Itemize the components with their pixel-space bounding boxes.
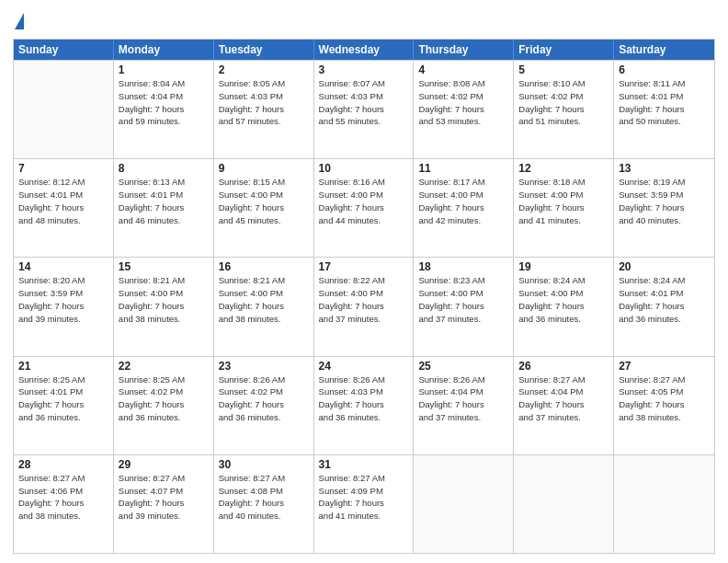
day-number: 1: [119, 63, 209, 76]
day-number: 15: [119, 260, 209, 273]
day-number: 19: [518, 260, 609, 273]
day-info: Sunrise: 8:12 AM Sunset: 4:01 PM Dayligh…: [18, 176, 108, 226]
day-info: Sunrise: 8:27 AM Sunset: 4:09 PM Dayligh…: [319, 472, 409, 523]
day-number: 16: [219, 260, 309, 273]
day-number: 12: [518, 162, 609, 175]
calendar-row: 1Sunrise: 8:04 AM Sunset: 4:04 PM Daylig…: [14, 60, 714, 158]
calendar-cell: 22Sunrise: 8:25 AM Sunset: 4:02 PM Dayli…: [114, 357, 214, 454]
day-info: Sunrise: 8:20 AM Sunset: 3:59 PM Dayligh…: [18, 274, 108, 325]
calendar-cell: 13Sunrise: 8:19 AM Sunset: 3:59 PM Dayli…: [614, 159, 714, 257]
day-info: Sunrise: 8:24 AM Sunset: 4:01 PM Dayligh…: [619, 274, 710, 325]
calendar-row: 14Sunrise: 8:20 AM Sunset: 3:59 PM Dayli…: [14, 257, 714, 355]
calendar-cell: 25Sunrise: 8:26 AM Sunset: 4:04 PM Dayli…: [414, 357, 514, 454]
day-info: Sunrise: 8:17 AM Sunset: 4:00 PM Dayligh…: [418, 176, 508, 226]
calendar-cell: 11Sunrise: 8:17 AM Sunset: 4:00 PM Dayli…: [414, 159, 514, 257]
day-number: 21: [18, 360, 108, 373]
day-number: 6: [619, 63, 710, 76]
day-info: Sunrise: 8:21 AM Sunset: 4:00 PM Dayligh…: [119, 274, 209, 325]
calendar-header-cell: Saturday: [614, 40, 714, 60]
calendar-row: 7Sunrise: 8:12 AM Sunset: 4:01 PM Daylig…: [14, 158, 714, 257]
calendar-header-cell: Monday: [114, 40, 214, 60]
day-info: Sunrise: 8:25 AM Sunset: 4:02 PM Dayligh…: [119, 373, 209, 424]
day-number: 17: [319, 260, 409, 273]
header: [13, 9, 715, 31]
day-info: Sunrise: 8:27 AM Sunset: 4:04 PM Dayligh…: [518, 373, 609, 424]
calendar-header-cell: Thursday: [414, 40, 514, 60]
calendar-cell: 19Sunrise: 8:24 AM Sunset: 4:00 PM Dayli…: [514, 258, 614, 355]
day-info: Sunrise: 8:26 AM Sunset: 4:04 PM Dayligh…: [418, 373, 508, 424]
day-info: Sunrise: 8:04 AM Sunset: 4:04 PM Dayligh…: [119, 77, 209, 128]
day-info: Sunrise: 8:13 AM Sunset: 4:01 PM Dayligh…: [119, 176, 209, 226]
calendar-header-row: SundayMondayTuesdayWednesdayThursdayFrid…: [14, 40, 714, 60]
calendar-cell: 26Sunrise: 8:27 AM Sunset: 4:04 PM Dayli…: [514, 357, 614, 454]
calendar-cell: 10Sunrise: 8:16 AM Sunset: 4:00 PM Dayli…: [314, 159, 415, 257]
calendar-cell: 2Sunrise: 8:05 AM Sunset: 4:03 PM Daylig…: [214, 61, 314, 158]
calendar-cell: [14, 61, 114, 158]
calendar-cell: 5Sunrise: 8:10 AM Sunset: 4:02 PM Daylig…: [514, 61, 614, 158]
day-info: Sunrise: 8:07 AM Sunset: 4:03 PM Dayligh…: [319, 77, 409, 128]
day-number: 30: [219, 458, 309, 471]
calendar-cell: 31Sunrise: 8:27 AM Sunset: 4:09 PM Dayli…: [314, 455, 415, 553]
calendar-cell: 27Sunrise: 8:27 AM Sunset: 4:05 PM Dayli…: [614, 357, 714, 454]
day-info: Sunrise: 8:27 AM Sunset: 4:06 PM Dayligh…: [18, 472, 108, 523]
calendar-cell: 9Sunrise: 8:15 AM Sunset: 4:00 PM Daylig…: [214, 159, 314, 257]
day-info: Sunrise: 8:22 AM Sunset: 4:00 PM Dayligh…: [319, 274, 409, 325]
day-info: Sunrise: 8:27 AM Sunset: 4:07 PM Dayligh…: [119, 472, 209, 523]
calendar-cell: 28Sunrise: 8:27 AM Sunset: 4:06 PM Dayli…: [14, 455, 114, 553]
calendar-cell: 1Sunrise: 8:04 AM Sunset: 4:04 PM Daylig…: [114, 61, 214, 158]
calendar-cell: 21Sunrise: 8:25 AM Sunset: 4:01 PM Dayli…: [14, 357, 114, 454]
day-number: 13: [619, 162, 710, 175]
calendar-cell: 29Sunrise: 8:27 AM Sunset: 4:07 PM Dayli…: [114, 455, 214, 553]
logo: [13, 13, 24, 31]
day-info: Sunrise: 8:11 AM Sunset: 4:01 PM Dayligh…: [619, 77, 710, 128]
day-info: Sunrise: 8:21 AM Sunset: 4:00 PM Dayligh…: [219, 274, 309, 325]
day-info: Sunrise: 8:16 AM Sunset: 4:00 PM Dayligh…: [319, 176, 409, 226]
calendar-cell: 17Sunrise: 8:22 AM Sunset: 4:00 PM Dayli…: [314, 258, 415, 355]
day-info: Sunrise: 8:27 AM Sunset: 4:05 PM Dayligh…: [619, 373, 710, 424]
day-number: 27: [619, 360, 710, 373]
day-number: 18: [418, 260, 508, 273]
calendar-cell: 16Sunrise: 8:21 AM Sunset: 4:00 PM Dayli…: [214, 258, 314, 355]
day-info: Sunrise: 8:23 AM Sunset: 4:00 PM Dayligh…: [418, 274, 508, 325]
day-number: 23: [219, 360, 309, 373]
calendar-cell: 20Sunrise: 8:24 AM Sunset: 4:01 PM Dayli…: [614, 258, 714, 355]
logo-triangle-icon: [15, 13, 24, 29]
day-number: 11: [418, 162, 508, 175]
calendar-cell: 8Sunrise: 8:13 AM Sunset: 4:01 PM Daylig…: [114, 159, 214, 257]
day-number: 25: [418, 360, 508, 373]
calendar-row: 28Sunrise: 8:27 AM Sunset: 4:06 PM Dayli…: [14, 454, 714, 553]
day-number: 8: [119, 162, 209, 175]
calendar-row: 21Sunrise: 8:25 AM Sunset: 4:01 PM Dayli…: [14, 356, 714, 454]
calendar-cell: 4Sunrise: 8:08 AM Sunset: 4:02 PM Daylig…: [414, 61, 514, 158]
calendar-cell: 7Sunrise: 8:12 AM Sunset: 4:01 PM Daylig…: [14, 159, 114, 257]
day-number: 22: [119, 360, 209, 373]
day-info: Sunrise: 8:24 AM Sunset: 4:00 PM Dayligh…: [518, 274, 609, 325]
calendar-cell: 14Sunrise: 8:20 AM Sunset: 3:59 PM Dayli…: [14, 258, 114, 355]
calendar-body: 1Sunrise: 8:04 AM Sunset: 4:04 PM Daylig…: [14, 60, 714, 553]
day-info: Sunrise: 8:19 AM Sunset: 3:59 PM Dayligh…: [619, 176, 710, 226]
day-number: 24: [319, 360, 409, 373]
calendar-cell: 30Sunrise: 8:27 AM Sunset: 4:08 PM Dayli…: [214, 455, 314, 553]
day-info: Sunrise: 8:10 AM Sunset: 4:02 PM Dayligh…: [518, 77, 609, 128]
day-number: 26: [518, 360, 609, 373]
day-info: Sunrise: 8:26 AM Sunset: 4:02 PM Dayligh…: [219, 373, 309, 424]
calendar-header-cell: Wednesday: [314, 40, 415, 60]
day-number: 28: [18, 458, 108, 471]
calendar-cell: 15Sunrise: 8:21 AM Sunset: 4:00 PM Dayli…: [114, 258, 214, 355]
calendar-cell: 18Sunrise: 8:23 AM Sunset: 4:00 PM Dayli…: [414, 258, 514, 355]
calendar-header-cell: Sunday: [14, 40, 114, 60]
day-info: Sunrise: 8:27 AM Sunset: 4:08 PM Dayligh…: [219, 472, 309, 523]
calendar-cell: 12Sunrise: 8:18 AM Sunset: 4:00 PM Dayli…: [514, 159, 614, 257]
day-number: 20: [619, 260, 710, 273]
calendar-cell: 6Sunrise: 8:11 AM Sunset: 4:01 PM Daylig…: [614, 61, 714, 158]
day-info: Sunrise: 8:05 AM Sunset: 4:03 PM Dayligh…: [219, 77, 309, 128]
calendar-cell: [514, 455, 614, 553]
calendar-header-cell: Tuesday: [214, 40, 314, 60]
day-number: 14: [18, 260, 108, 273]
day-number: 10: [319, 162, 409, 175]
day-number: 7: [18, 162, 108, 175]
day-number: 4: [418, 63, 508, 76]
page: SundayMondayTuesdayWednesdayThursdayFrid…: [0, 0, 728, 563]
day-number: 5: [518, 63, 609, 76]
calendar-cell: 3Sunrise: 8:07 AM Sunset: 4:03 PM Daylig…: [314, 61, 415, 158]
